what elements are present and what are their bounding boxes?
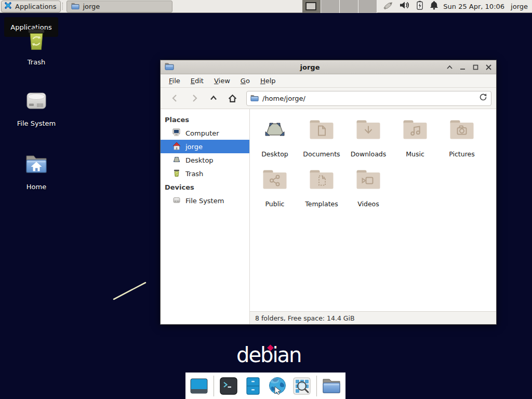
battery-charging-icon[interactable] — [415, 0, 425, 12]
sidebar-item-trash[interactable]: Trash — [161, 167, 249, 180]
file-item-label: Public — [265, 200, 285, 208]
desktop-icon-label: Home — [26, 183, 46, 191]
folder-templates-icon — [308, 168, 335, 192]
file-item-music[interactable]: Music — [392, 114, 438, 164]
desktop-icon-label: File System — [17, 119, 56, 127]
window-titlebar[interactable]: jorge — [161, 60, 496, 74]
minimize-button[interactable] — [459, 63, 466, 71]
terminal-icon[interactable] — [219, 376, 238, 396]
folder-videos-icon — [355, 168, 382, 192]
window-title: jorge — [174, 63, 446, 71]
maximize-button[interactable] — [472, 63, 479, 71]
workspace-3[interactable] — [340, 0, 358, 13]
hard-drive-icon — [24, 88, 49, 115]
app-finder-icon[interactable] — [292, 376, 312, 396]
menu-view[interactable]: View — [209, 77, 235, 85]
sidebar-item-computer[interactable]: Computer — [161, 126, 249, 140]
file-item-pictures[interactable]: Pictures — [438, 114, 485, 164]
dock-separator — [214, 376, 214, 396]
blue-folder-icon — [71, 2, 79, 11]
workspace-2[interactable] — [321, 0, 340, 13]
home-icon — [172, 142, 181, 152]
menu-help[interactable]: Help — [255, 77, 281, 85]
sidebar: Places Computer — [161, 109, 250, 324]
sidebar-header-devices: Devices — [161, 180, 249, 194]
file-grid: Desktop Documents — [250, 109, 496, 311]
dock-panel — [185, 373, 345, 399]
file-item-label: Pictures — [449, 150, 475, 158]
folder-pictures-icon — [448, 118, 475, 142]
trash-icon — [172, 169, 181, 179]
web-browser-icon[interactable] — [268, 376, 287, 396]
sidebar-item-file-system[interactable]: File System — [161, 194, 249, 207]
up-button[interactable] — [204, 90, 223, 106]
status-text: 8 folders, Free space: 14.4 GiB — [255, 314, 355, 322]
home-button[interactable] — [223, 90, 242, 106]
sidebar-item-label: jorge — [185, 143, 203, 151]
window-folder-icon — [165, 62, 174, 72]
system-tray — [382, 0, 439, 12]
applications-menu-label: Applications — [15, 3, 56, 10]
volume-icon[interactable] — [399, 0, 410, 12]
file-item-label: Music — [406, 150, 424, 158]
desktop-icon — [261, 118, 288, 142]
pencil-cursor-line — [112, 281, 148, 301]
panel-user-menu[interactable]: jorge — [511, 3, 528, 10]
sidebar-item-label: Desktop — [185, 156, 214, 164]
sidebar-header-places: Places — [161, 113, 249, 126]
path-text[interactable]: /home/jorge/ — [262, 95, 475, 102]
file-item-videos[interactable]: Videos — [345, 164, 392, 214]
notifications-bell-icon[interactable] — [429, 0, 439, 12]
menu-edit[interactable]: Edit — [185, 77, 209, 85]
stylus-icon[interactable] — [382, 0, 395, 12]
panel-clock[interactable]: Sun 25 Apr, 10:06 — [443, 3, 504, 10]
file-item-public[interactable]: Public — [251, 164, 298, 214]
close-button[interactable] — [485, 63, 492, 71]
sidebar-item-label: Computer — [185, 129, 219, 137]
sidebar-item-label: File System — [185, 197, 224, 205]
status-bar: 8 folders, Free space: 14.4 GiB — [250, 311, 496, 324]
desktop-icon — [172, 155, 181, 165]
sidebar-item-jorge[interactable]: jorge — [161, 140, 249, 153]
file-item-desktop[interactable]: Desktop — [251, 114, 298, 164]
hard-drive-icon — [172, 196, 181, 206]
file-item-documents[interactable]: Documents — [298, 114, 345, 164]
menu-file[interactable]: File — [164, 77, 185, 85]
desktop-icon-label: Trash — [28, 58, 45, 66]
show-desktop-icon[interactable] — [189, 376, 209, 396]
file-manager-window: jorge File Edit View Go Help — [160, 60, 497, 325]
workspace-1[interactable] — [302, 0, 321, 13]
workspace-4[interactable] — [358, 0, 377, 13]
path-bar[interactable]: /home/jorge/ — [246, 91, 491, 106]
file-manager-icon[interactable] — [322, 376, 341, 396]
file-item-label: Downloads — [351, 150, 387, 158]
desktop-icon-file-system[interactable]: File System — [10, 88, 62, 127]
xfce-applications-icon — [4, 1, 12, 11]
applications-menu-button[interactable]: Applications — [1, 1, 61, 12]
back-button[interactable] — [165, 90, 184, 106]
desktop-icon-home[interactable]: Home — [10, 152, 62, 191]
dock-separator — [316, 376, 317, 396]
forward-button[interactable] — [184, 90, 204, 106]
file-item-label: Documents — [303, 150, 340, 158]
sidebar-item-desktop[interactable]: Desktop — [161, 153, 249, 167]
workspace-switcher — [302, 0, 377, 13]
taskbar-window-button[interactable]: jorge — [66, 1, 172, 12]
desktop-icon-trash[interactable]: Trash — [10, 27, 62, 66]
reload-icon[interactable] — [479, 93, 487, 103]
menu-go[interactable]: Go — [235, 77, 255, 85]
shade-button[interactable] — [446, 63, 453, 71]
file-item-label: Desktop — [261, 150, 288, 158]
toolbar: /home/jorge/ — [161, 88, 496, 109]
sidebar-item-label: Trash — [185, 170, 203, 178]
file-item-downloads[interactable]: Downloads — [345, 114, 392, 164]
computer-icon — [172, 128, 181, 138]
file-item-templates[interactable]: Templates — [298, 164, 345, 214]
path-folder-icon — [250, 94, 259, 103]
trash-icon — [24, 27, 49, 54]
desktop: Applications jorge — [0, 0, 532, 399]
folder-documents-icon — [308, 118, 335, 142]
workspace-window-preview — [305, 2, 316, 10]
file-item-label: Templates — [305, 200, 338, 208]
file-cabinet-icon[interactable] — [243, 376, 263, 396]
